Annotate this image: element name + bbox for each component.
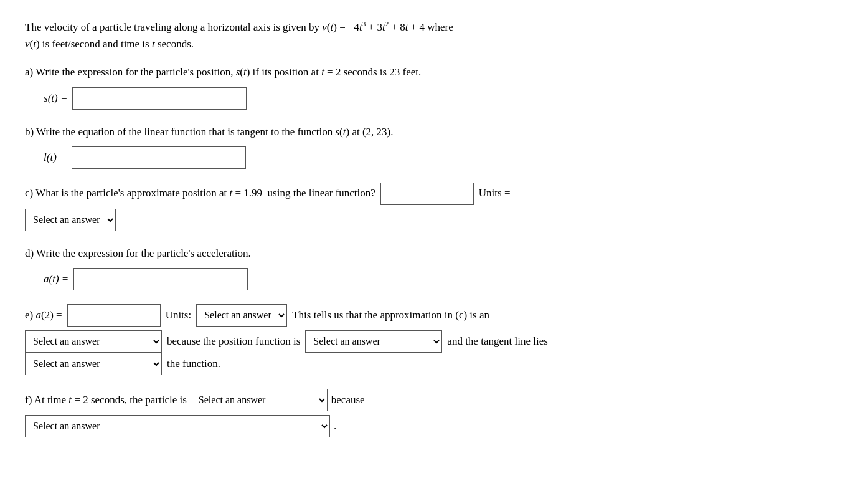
part-e-because-text: because the position function is bbox=[167, 332, 300, 351]
part-d-input[interactable] bbox=[73, 268, 248, 290]
part-e-row2: Select an answer because the position fu… bbox=[25, 330, 843, 353]
part-e-select1[interactable]: Select an answer bbox=[25, 330, 162, 353]
part-c-units-select[interactable]: Select an answer bbox=[25, 209, 116, 231]
part-a-eq-label: s(t) = bbox=[44, 92, 67, 105]
part-a: a) Write the expression for the particle… bbox=[25, 64, 843, 109]
part-d-eq-row: a(t) = bbox=[44, 268, 843, 290]
part-b-eq-label: l(t) = bbox=[44, 151, 67, 164]
part-b-eq-row: l(t) = bbox=[44, 146, 843, 169]
part-e-label-pre: e) a(2) = bbox=[25, 306, 62, 325]
part-e-units-label: Units: bbox=[166, 306, 192, 325]
part-a-label: a) Write the expression for the particle… bbox=[25, 64, 843, 80]
part-a-input[interactable] bbox=[72, 87, 247, 110]
part-d: d) Write the expression for the particle… bbox=[25, 245, 843, 290]
part-b-label: b) Write the equation of the linear func… bbox=[25, 123, 843, 140]
part-f-period: . bbox=[334, 417, 336, 436]
part-c-row: c) What is the particle's approximate po… bbox=[25, 183, 843, 205]
part-f: f) At time t = 2 seconds, the particle i… bbox=[25, 389, 843, 437]
part-f-row2: Select an answer . bbox=[25, 415, 843, 437]
part-c-units-label: Units = bbox=[479, 184, 511, 203]
part-f-select1[interactable]: Select an answer bbox=[191, 389, 328, 411]
part-f-select2[interactable]: Select an answer bbox=[25, 415, 330, 437]
part-d-eq-label: a(t) = bbox=[44, 273, 68, 285]
part-c-label-pre: c) What is the particle's approximate po… bbox=[25, 184, 375, 203]
part-c: c) What is the particle's approximate po… bbox=[25, 183, 843, 231]
part-e: e) a(2) = Units: Select an answer This t… bbox=[25, 304, 843, 375]
part-e-select2[interactable]: Select an answer bbox=[305, 330, 442, 353]
part-e-units-select[interactable]: Select an answer bbox=[196, 304, 287, 327]
intro-text: The velocity of a particle traveling alo… bbox=[25, 19, 843, 52]
part-f-because-text: because bbox=[331, 391, 365, 410]
part-f-label-pre: f) At time t = 2 seconds, the particle i… bbox=[25, 391, 187, 410]
part-e-and-text: and the tangent line lies bbox=[447, 332, 547, 351]
part-e-select3[interactable]: Select an answer bbox=[25, 353, 162, 375]
part-e-row3: Select an answer the function. bbox=[25, 353, 843, 375]
part-d-label: d) Write the expression for the particle… bbox=[25, 245, 843, 262]
part-f-row1: f) At time t = 2 seconds, the particle i… bbox=[25, 389, 843, 411]
part-e-function-text: the function. bbox=[167, 355, 220, 374]
part-b: b) Write the equation of the linear func… bbox=[25, 123, 843, 169]
part-b-input[interactable] bbox=[72, 146, 246, 169]
part-c-input[interactable] bbox=[380, 183, 474, 205]
part-e-input[interactable] bbox=[67, 304, 161, 327]
part-e-row1: e) a(2) = Units: Select an answer This t… bbox=[25, 304, 843, 327]
page-content: The velocity of a particle traveling alo… bbox=[25, 19, 843, 437]
part-a-eq-row: s(t) = bbox=[44, 87, 843, 110]
part-e-text-post: This tells us that the approximation in … bbox=[292, 306, 489, 325]
